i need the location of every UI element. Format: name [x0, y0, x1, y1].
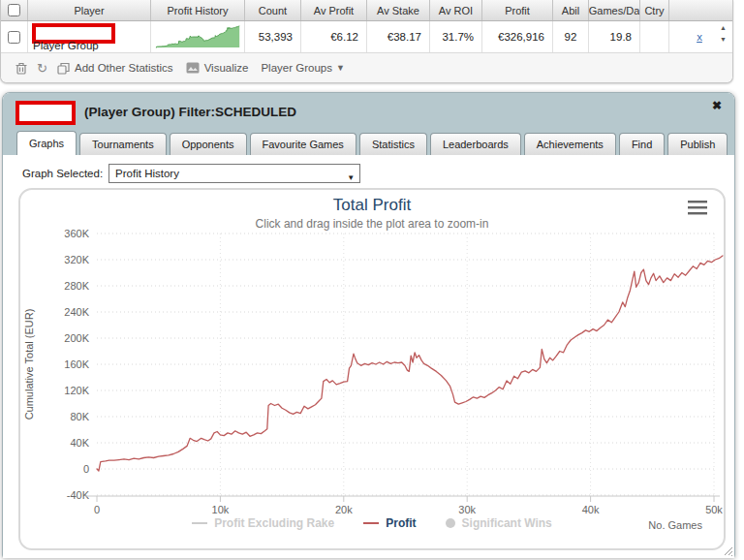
spinner-down-icon[interactable]: ▼ [720, 36, 727, 43]
chart-plot-area[interactable]: 360K320K280K240K200K160K120K80K40K0-40K0… [20, 190, 724, 548]
tab-statistics[interactable]: Statistics [359, 133, 427, 155]
profit-cell: €326,916 [482, 21, 553, 52]
panel-body: Graph Selected: Profit History ▼ 360K320… [3, 155, 734, 558]
table-header-row: PlayerProfit HistoryCountAv ProfitAv Sta… [1, 0, 732, 21]
svg-text:160K: 160K [64, 358, 89, 370]
tab-graphs[interactable]: Graphs [16, 131, 77, 155]
trash-icon[interactable] [14, 61, 28, 76]
tab-find[interactable]: Find [619, 133, 665, 155]
svg-text:0: 0 [83, 463, 89, 475]
player-name: Player Group [33, 40, 99, 51]
table-row: Player Group 53,393 €6.12 €38.17 31.7% €… [1, 21, 732, 53]
col-header-count: Count [245, 0, 301, 20]
legend-label: Significant Wins [462, 516, 552, 530]
legend-line-marker [363, 522, 379, 524]
col-header-profit-history: Profit History [151, 0, 245, 20]
av-profit-cell: €6.12 [301, 21, 367, 52]
player-group-panel: (Player Group) Filter:SCHEDULED ✖ Graphs… [2, 92, 735, 558]
add-other-statistics-button[interactable]: Add Other Statistics [56, 61, 173, 76]
spinner-up-icon[interactable]: ▲ [720, 24, 727, 31]
col-header-games-da: Games/Da [589, 0, 640, 20]
legend-line-marker [192, 522, 207, 524]
col-header-player: Player [28, 0, 151, 20]
copy-icon [56, 61, 71, 76]
header-checkbox-cell [1, 0, 28, 20]
close-icon[interactable]: ✖ [712, 99, 722, 112]
remove-row-link[interactable]: x [697, 31, 702, 43]
graph-selected-label: Graph Selected: [22, 168, 103, 179]
svg-text:280K: 280K [64, 280, 89, 292]
table-toolbar: ↻ Add Other Statistics Visualize Player … [1, 53, 732, 82]
tab-leaderboards[interactable]: Leaderboards [430, 133, 521, 155]
player-groups-dropdown[interactable]: Player Groups ▼ [261, 62, 344, 74]
svg-text:20k: 20k [335, 504, 353, 515]
chevron-down-icon: ▼ [336, 63, 345, 73]
svg-text:40K: 40K [70, 437, 89, 449]
redaction-box [16, 101, 76, 125]
svg-text:0: 0 [94, 504, 100, 515]
country-cell [640, 21, 669, 52]
legend-item-significant-wins[interactable]: Significant Wins [446, 516, 552, 530]
chart-subtitle: Click and drag inside the plot area to z… [20, 217, 724, 231]
col-header-actions [669, 0, 729, 20]
svg-text:30k: 30k [458, 504, 476, 515]
av-stake-cell: €38.17 [367, 21, 430, 52]
chart-legend: Profit Excluding RakeProfitSignificant W… [20, 516, 724, 530]
player-stats-table: PlayerProfit HistoryCountAv ProfitAv Sta… [0, 0, 733, 83]
graph-select[interactable]: Profit History ▼ [108, 164, 360, 183]
legend-label: Profit Excluding Rake [214, 516, 334, 530]
svg-text:200K: 200K [64, 332, 89, 344]
tab-opponents[interactable]: Opponents [170, 133, 247, 155]
profit-chart[interactable]: 360K320K280K240K200K160K120K80K40K0-40K0… [18, 188, 726, 550]
svg-text:80K: 80K [70, 411, 89, 422]
profit-history-sparkline [154, 23, 241, 50]
tab-favourite-games[interactable]: Favourite Games [250, 133, 356, 155]
col-header-ctry: Ctry [640, 0, 669, 20]
svg-text:40k: 40k [582, 504, 600, 515]
svg-text:50k: 50k [705, 504, 723, 515]
legend-item-profit[interactable]: Profit [363, 516, 416, 530]
svg-text:10k: 10k [212, 504, 230, 515]
col-header-profit: Profit [482, 0, 553, 20]
svg-text:-40K: -40K [67, 489, 90, 501]
tab-tournaments[interactable]: Tournaments [79, 133, 167, 155]
row-checkbox[interactable] [8, 31, 20, 44]
legend-label: Profit [386, 516, 416, 530]
select-all-checkbox[interactable] [8, 4, 20, 16]
col-header-av-stake: Av Stake [367, 0, 430, 20]
col-header-av-profit: Av Profit [301, 0, 367, 20]
tab-publish[interactable]: Publish [667, 133, 728, 155]
legend-circle-marker [446, 518, 455, 528]
svg-text:Cumulative Total (EUR): Cumulative Total (EUR) [23, 309, 35, 420]
tab-achievements[interactable]: Achievements [524, 133, 616, 155]
count-cell: 53,393 [245, 21, 301, 52]
panel-title: (Player Group) Filter:SCHEDULED [84, 105, 296, 119]
legend-item-profit-excluding-rake[interactable]: Profit Excluding Rake [192, 516, 334, 530]
chart-title: Total Profit [20, 196, 724, 215]
chart-menu-icon[interactable] [688, 201, 707, 218]
refresh-icon[interactable]: ↻ [35, 61, 49, 76]
col-header-abil: Abil [553, 0, 589, 20]
image-icon [186, 61, 201, 76]
ability-cell: 92 [553, 21, 589, 52]
col-header-av-roi: Av ROI [430, 0, 482, 20]
svg-text:120K: 120K [64, 385, 89, 396]
games-per-day-cell: 19.8 [589, 21, 640, 52]
visualize-button[interactable]: Visualize [186, 61, 249, 76]
select-arrow-icon: ▼ [347, 170, 355, 187]
av-roi-cell: 31.7% [430, 21, 482, 52]
x-axis-title: No. Games [648, 519, 702, 531]
resize-grip[interactable] [723, 545, 733, 556]
svg-text:320K: 320K [64, 254, 89, 265]
svg-text:240K: 240K [64, 306, 89, 318]
row-spinner[interactable]: ▲▼ [720, 24, 727, 43]
tab-bar: GraphsTournamentsOpponentsFavourite Game… [16, 131, 728, 155]
panel-header: (Player Group) Filter:SCHEDULED ✖ Graphs… [3, 93, 734, 155]
